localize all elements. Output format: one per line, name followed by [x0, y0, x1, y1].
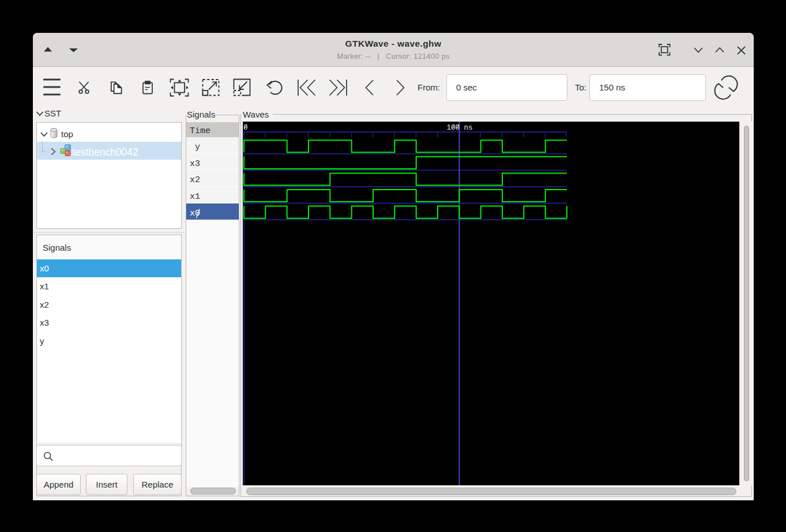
- svg-text:100 ns: 100 ns: [446, 124, 472, 132]
- svg-text:0: 0: [243, 124, 248, 132]
